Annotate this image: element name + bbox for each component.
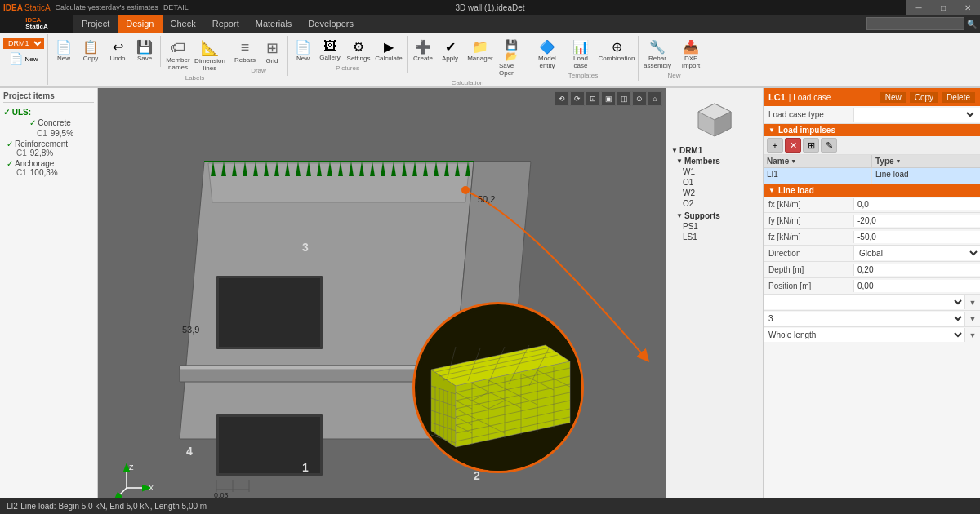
vt-btn-2[interactable]: ⟳ — [570, 91, 585, 106]
col-header-name[interactable]: Name ▼ — [764, 155, 872, 167]
btn-calculate[interactable]: ▶ Calculate — [373, 38, 404, 64]
viewport[interactable]: ⟲ ⟳ ⊡ ▣ ◫ ⊙ ⌂ — [98, 88, 666, 498]
fx-value[interactable]: 0,0 — [853, 198, 980, 210]
tree-item-o2[interactable]: O2 — [670, 198, 760, 209]
minimize-button[interactable]: ─ — [906, 0, 931, 15]
btn-copy[interactable]: 📋 Copy — [78, 38, 104, 64]
member-value[interactable]: W1 — [764, 295, 965, 309]
btn-rebar-assembly[interactable]: 🔧 Rebar assembly — [641, 38, 674, 71]
tree-item-w2[interactable]: W2 — [670, 188, 760, 198]
apply-icon: ✔ — [445, 39, 456, 55]
combination-icon: ⊕ — [612, 39, 622, 55]
impulse-btn-4[interactable]: ✎ — [821, 138, 837, 153]
vt-btn-5[interactable]: ◫ — [617, 91, 631, 106]
fy-value[interactable]: -20,0 — [853, 215, 980, 227]
btn-new[interactable]: 📄 New — [51, 38, 77, 64]
props-section-load-impulses[interactable]: ▼ Load impulses — [764, 124, 980, 136]
impulse-btn-3[interactable]: ⊞ — [803, 138, 819, 153]
edge-select[interactable]: 3 — [764, 312, 964, 326]
anchorage-value: 100,3% — [30, 168, 58, 177]
vt-btn-3[interactable]: ⊡ — [586, 91, 600, 106]
vt-btn-4[interactable]: ▣ — [601, 91, 616, 106]
statusbar: LI2-Line load: Begin 5,0 kN, End 5,0 kN,… — [0, 498, 980, 514]
col-header-type[interactable]: Type ▼ — [872, 155, 980, 167]
length-type-select[interactable]: Whole length — [764, 328, 964, 342]
btn-undo[interactable]: ↩ Undo — [105, 38, 131, 64]
tree-root[interactable]: ▼ DRM1 — [670, 145, 760, 156]
concrete-label: Concrete — [38, 118, 71, 127]
btn-save-open[interactable]: 💾📂 Save Open — [497, 38, 525, 78]
menu-item-design[interactable]: Design — [118, 15, 162, 33]
combination-label: Combination — [599, 55, 635, 62]
impulse-btn-delete[interactable]: ✕ — [785, 138, 801, 153]
btn-apply[interactable]: ✔ Apply — [437, 38, 463, 78]
menu-item-report[interactable]: Report — [204, 15, 247, 33]
edge-value[interactable]: 3 — [764, 312, 965, 326]
props-load-case-type-label: Load case type — [764, 109, 853, 121]
position-value[interactable]: 0,00 — [853, 280, 980, 292]
fz-value[interactable]: -50,0 — [853, 231, 980, 243]
col-type-sort-icon: ▼ — [896, 158, 902, 164]
depth-value[interactable]: 0,20 — [853, 264, 980, 276]
menu-item-project[interactable]: Project — [74, 15, 118, 33]
tree-item-ps1[interactable]: PS1 — [670, 221, 760, 232]
props-new-button[interactable]: New — [880, 92, 906, 103]
menu-item-check[interactable]: Check — [163, 15, 204, 33]
btn-dxf-import[interactable]: 📥 DXF Import — [675, 38, 707, 71]
tree-members-section[interactable]: ▼ Members — [670, 156, 760, 166]
gallery-label: Gallery — [319, 54, 340, 61]
tree-supports-section[interactable]: ▼ Supports — [670, 210, 760, 221]
line-load-label: Line load — [778, 186, 814, 195]
tree-item-o1[interactable]: O1 — [670, 177, 760, 188]
btn-load-case[interactable]: 📊 Load case — [564, 38, 597, 71]
menu-item-materials[interactable]: Materials — [247, 15, 301, 33]
vt-btn-6[interactable]: ⊙ — [632, 91, 647, 106]
viewport-toolbar: ⟲ ⟳ ⊡ ▣ ◫ ⊙ ⌂ — [555, 91, 662, 106]
props-load-case-type-value[interactable]: Permanent — [853, 108, 980, 122]
direction-select[interactable]: Global Local — [854, 246, 980, 260]
btn-dimension-lines[interactable]: 📐 Dimension lines — [194, 38, 226, 73]
btn-model-entity[interactable]: 🔷 Model entity — [531, 38, 564, 71]
btn-save[interactable]: 💾 Save — [131, 38, 158, 64]
svg-rect-5 — [219, 278, 320, 347]
ribbon-group-label-calc: Calculation — [408, 79, 528, 86]
tree-item-ls1-label: LS1 — [683, 233, 697, 241]
props-impulse-row-li1[interactable]: LI1 Line load — [764, 168, 980, 184]
menu-item-developers[interactable]: Developers — [300, 15, 362, 33]
drm-dropdown[interactable]: DRM1 — [3, 38, 44, 49]
props-delete-button[interactable]: Delete — [942, 92, 975, 103]
project-items-title: Project items — [3, 91, 94, 103]
btn-gallery[interactable]: 🖼 Gallery — [316, 38, 344, 64]
btn-settings[interactable]: ⚙ Settings — [345, 38, 372, 64]
props-load-case-type-select[interactable]: Permanent — [858, 109, 977, 120]
direction-value[interactable]: Global Local — [853, 246, 980, 260]
btn-manager[interactable]: 📁 Manager — [464, 38, 497, 78]
maximize-button[interactable]: □ — [931, 0, 956, 15]
btn-member-names[interactable]: 🏷 Member names — [163, 38, 193, 73]
btn-grid[interactable]: ⊞ Grid — [259, 38, 285, 66]
left-panel: Project items ✓ ULS: ✓ Concrete C1 99,5%… — [0, 88, 98, 498]
ribbon-group-draw: ≡ Rebars ⊞ Grid Draw — [229, 36, 288, 76]
view-cube[interactable] — [670, 91, 760, 140]
position-label: Position [m] — [764, 280, 853, 292]
tree-item-w1[interactable]: W1 — [670, 166, 760, 177]
tree-item-ls1[interactable]: LS1 — [670, 232, 760, 242]
props-section-line-load[interactable]: ▼ Line load — [764, 184, 980, 197]
window-controls: ─ □ ✕ — [906, 0, 980, 15]
ribbon-btn-new[interactable]: 📄 New — [7, 51, 39, 67]
member-select[interactable]: W1 — [764, 295, 964, 309]
vt-btn-7[interactable]: ⌂ — [648, 91, 662, 106]
btn-create[interactable]: ➕ Create — [410, 38, 436, 78]
length-type-value[interactable]: Whole length — [764, 328, 965, 342]
btn-rebars[interactable]: ≡ Rebars — [232, 38, 258, 66]
dimension-lines-icon: 📐 — [201, 39, 219, 57]
btn-combination[interactable]: ⊕ Combination — [598, 38, 635, 71]
btn-new2[interactable]: 📄 New — [291, 38, 315, 64]
impulse-btn-add[interactable]: + — [767, 138, 783, 153]
vt-btn-1[interactable]: ⟲ — [555, 91, 569, 106]
search-icon: 🔍 — [967, 20, 977, 29]
props-copy-button[interactable]: Copy — [910, 92, 938, 103]
impulse-name-li1: LI1 — [764, 168, 872, 184]
search-input[interactable] — [866, 17, 964, 30]
close-button[interactable]: ✕ — [956, 0, 980, 15]
